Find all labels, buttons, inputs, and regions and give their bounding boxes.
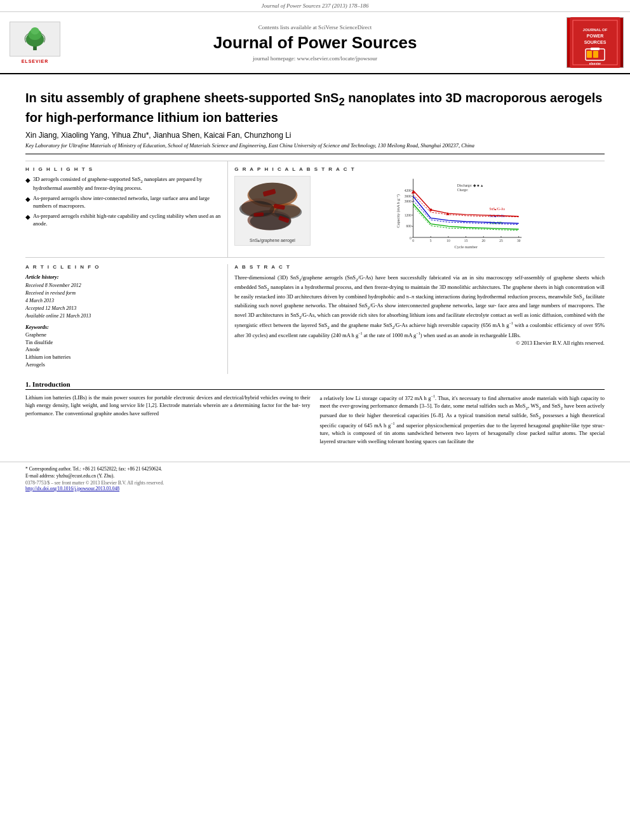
highlight-item-1: ◆ 3D aerogels consisted of graphene-supp… [25, 176, 221, 192]
svg-text:0: 0 [410, 236, 412, 239]
svg-text:SnS₂/G-As: SnS₂/G-As [490, 206, 505, 210]
svg-text:1200: 1200 [405, 213, 412, 217]
journal-logo-right: JOURNAL OF POWER SOURCES elsevier [566, 17, 624, 68]
svg-text:3600: 3600 [405, 194, 412, 198]
authors: Xin Jiang, Xiaoling Yang, Yihua Zhu*, Ji… [25, 131, 605, 140]
available-row: Available online 21 March 2013 [25, 312, 221, 319]
affiliation: Key Laboratory for Ultrafine Materials o… [25, 142, 605, 154]
page-footer: * Corresponding author. Tel.: +86 21 642… [0, 462, 630, 495]
intro-number: 1. Introduction [25, 380, 70, 388]
keywords-block: Keywords: Graphene Tin disulfide Anode L… [25, 324, 221, 369]
elsevier-logo-image [10, 22, 60, 57]
journal-header: ELSEVIER Contents lists available at Sci… [0, 12, 630, 74]
highlights-heading: H I G H L I G H T S [25, 166, 221, 172]
elsevier-logo-area: ELSEVIER [6, 22, 64, 63]
journal-header-center: Contents lists available at SciVerse Sci… [70, 24, 560, 62]
svg-text:25: 25 [499, 239, 503, 243]
svg-rect-10 [591, 48, 600, 50]
highlights-graphical-section: H I G H L I G H T S ◆ 3D aerogels consis… [25, 161, 605, 258]
doi-link[interactable]: http://dx.doi.org/10.1016/j.jpowsour.201… [25, 486, 605, 491]
svg-text:Capacity (mA h g⁻¹): Capacity (mA h g⁻¹) [396, 194, 401, 228]
highlight-text-1: 3D aerogels consisted of graphene-suppor… [33, 176, 221, 192]
bullet-icon-1: ◆ [25, 176, 30, 192]
issn-note: 0378-7753/$ – see front matter © 2013 El… [25, 480, 605, 486]
highlight-item-3: ◆ As-prepared aerogels exhibit high-rate… [25, 213, 221, 227]
article-history-label: Article history: [25, 274, 221, 280]
svg-text:4200: 4200 [405, 189, 412, 192]
svg-text:20: 20 [482, 239, 486, 243]
svg-text:15: 15 [464, 239, 468, 243]
svg-rect-64 [430, 208, 432, 211]
intro-paragraph-1: Lithium ion batteries (LIBs) is the main… [25, 394, 311, 417]
journal-homepage: journal homepage: www.elsevier.com/locat… [70, 55, 560, 62]
capacity-chart: 0 600 1200 3000 3600 4200 0 [316, 176, 605, 252]
keywords-label: Keywords: [25, 324, 221, 330]
abstract-text: Three-dimensional (3D) SnS2/graphene aer… [234, 274, 605, 340]
journal-title: Journal of Power Sources [70, 33, 560, 53]
highlight-text-2: As-prepared aerogels show inter-connecte… [33, 195, 221, 210]
svg-text:elsevier: elsevier [589, 62, 601, 65]
introduction-body: Lithium ion batteries (LIBs) is the main… [25, 394, 605, 449]
svg-point-3 [30, 27, 39, 34]
keyword-graphene: Graphene [25, 331, 221, 339]
svg-text:Charge:: Charge: [457, 188, 469, 192]
aerogel-image: SnS₂/graphene aerogel [234, 176, 311, 246]
article-info-column: A R T I C L E I N F O Article history: R… [25, 264, 228, 374]
keyword-aerogels: Aerogels [25, 361, 221, 369]
svg-text:POWER: POWER [587, 34, 603, 38]
sciverse-link: Contents lists available at SciVerse Sci… [70, 24, 560, 30]
keyword-anode: Anode [25, 346, 221, 354]
svg-text:600: 600 [406, 224, 412, 228]
abstract-column: A B S T R A C T Three-dimensional (3D) S… [228, 264, 605, 374]
highlight-text-3: As-prepared aerogels exhibit high-rate c… [33, 213, 221, 227]
revised-date-row: 4 March 2013 [25, 297, 221, 303]
svg-text:JOURNAL OF: JOURNAL OF [583, 28, 608, 32]
received-row: Received 8 November 2012 [25, 281, 221, 288]
journal-reference-text: Journal of Power Sources 237 (2013) 178–… [261, 3, 368, 9]
svg-text:10: 10 [446, 239, 450, 243]
svg-rect-11 [587, 51, 592, 58]
intro-right-column: a relatively low Li storage capacity of … [320, 394, 605, 449]
svg-text:5: 5 [430, 239, 432, 243]
article-info-heading: A R T I C L E I N F O [25, 264, 221, 270]
accepted-row: Accepted 12 March 2013 [25, 304, 221, 311]
journal-reference-bar: Journal of Power Sources 237 (2013) 178–… [0, 0, 630, 12]
revised-label: Received in revised form [25, 290, 76, 296]
graphical-abstract-heading: G R A P H I C A L A B S T R A C T [234, 166, 605, 172]
email-note: E-mail address: yhzhu@ecust.edu.cn (Y. Z… [25, 473, 605, 479]
article-info-abstract-section: A R T I C L E I N F O Article history: R… [25, 264, 605, 374]
corresponding-author-note: * Corresponding author. Tel.: +86 21 642… [25, 466, 605, 472]
introduction-section-title: 1. Introduction [25, 380, 605, 390]
elsevier-tree-icon [19, 27, 51, 51]
svg-text:SOURCES: SOURCES [584, 40, 607, 44]
main-content: In situ assembly of graphene sheets-supp… [0, 74, 630, 455]
keyword-lib: Lithium ion batteries [25, 354, 221, 361]
svg-text:Discharge: ◆ ■ ▲: Discharge: ◆ ■ ▲ [457, 183, 484, 187]
highlights-column: H I G H L I G H T S ◆ 3D aerogels consis… [25, 161, 228, 257]
svg-text:30: 30 [517, 239, 521, 243]
elsevier-label: ELSEVIER [22, 59, 49, 63]
svg-text:0: 0 [412, 239, 414, 243]
keyword-tin-disulfide: Tin disulfide [25, 339, 221, 347]
available-text: Available online 21 March 2013 [25, 313, 91, 319]
svg-text:3000: 3000 [405, 199, 412, 203]
svg-text:SnS₂/graphene aerogel: SnS₂/graphene aerogel [250, 238, 295, 243]
intro-paragraph-2: a relatively low Li storage capacity of … [320, 394, 605, 445]
intro-left-column: Lithium ion batteries (LIBs) is the main… [25, 394, 311, 449]
svg-rect-12 [593, 51, 598, 58]
graphical-content: SnS₂/graphene aerogel 0 [234, 176, 605, 252]
received-text: Received 8 November 2012 [25, 283, 81, 288]
power-sources-logo-icon: JOURNAL OF POWER SOURCES elsevier [570, 17, 620, 68]
introduction-section: 1. Introduction Lithium ion batteries (L… [25, 380, 605, 449]
graphical-abstract-column: G R A P H I C A L A B S T R A C T [228, 161, 605, 257]
abstract-heading: A B S T R A C T [234, 264, 605, 270]
aerogel-illustration: SnS₂/graphene aerogel [235, 176, 310, 246]
bullet-icon-3: ◆ [25, 213, 30, 227]
revised-label-row: Received in revised form [25, 289, 221, 296]
svg-text:Cycle number: Cycle number [455, 244, 478, 248]
cycle-chart-svg: 0 600 1200 3000 3600 4200 0 [316, 176, 605, 252]
accepted-text: Accepted 12 March 2013 [25, 305, 76, 311]
article-title: In situ assembly of graphene sheets-supp… [25, 90, 605, 126]
article-history-block: Article history: Received 8 November 201… [25, 274, 221, 319]
bullet-icon-2: ◆ [25, 195, 30, 210]
